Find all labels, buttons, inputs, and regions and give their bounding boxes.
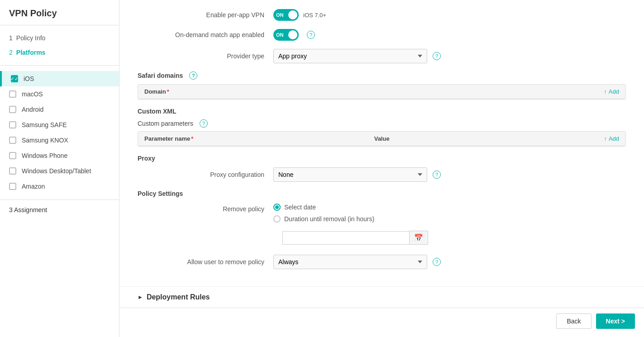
platform-label-macos: macOS: [22, 90, 43, 98]
safari-domains-help-icon[interactable]: ?: [189, 71, 197, 80]
toggle-thumb-demand: [288, 30, 297, 39]
on-demand-match-label: On-demand match app enabled: [138, 31, 273, 38]
step1-label: Policy Info: [16, 34, 46, 42]
enable-per-app-vpn-label: Enable per-app VPN: [138, 11, 273, 19]
platform-list: ✓iOSmacOSAndroidSamsung SAFESamsung KNOX…: [0, 66, 119, 200]
provider-type-control: App proxyPacket tunnel: [273, 49, 427, 63]
param-required-star: *: [191, 135, 193, 142]
on-demand-help-icon[interactable]: ?: [307, 31, 315, 39]
deployment-rules-section: ► Deployment Rules: [119, 286, 644, 308]
allow-user-row: Allow user to remove policy AlwaysNeverW…: [138, 255, 626, 269]
radio-dot-select-date: [273, 204, 281, 211]
policy-settings-section: Policy Settings Remove policy Select dat…: [138, 190, 626, 269]
platform-item-windows-desktop[interactable]: Windows Desktop/Tablet: [0, 163, 119, 179]
sidebar-step-1[interactable]: 1 Policy Info: [0, 31, 119, 45]
back-button[interactable]: Back: [556, 313, 591, 329]
sidebar: VPN Policy 1 Policy Info 2 Platforms ✓iO…: [0, 0, 119, 337]
allow-user-select[interactable]: AlwaysNeverWith passcode: [273, 255, 427, 269]
toggle-switch-vpn[interactable]: ON: [273, 9, 299, 21]
proxy-section: Proxy Proxy configuration NoneManualAuto…: [138, 155, 626, 182]
toggle-thumb-vpn: [288, 10, 297, 19]
remove-policy-row: Remove policy Select date Duration until…: [138, 204, 626, 223]
per-app-vpn-note: iOS 7.0+: [303, 12, 326, 19]
provider-type-help-icon[interactable]: ?: [433, 52, 441, 60]
remove-policy-label: Remove policy: [138, 204, 273, 213]
radio-dot-duration: [273, 215, 281, 223]
proxy-config-row: Proxy configuration NoneManualAuto ?: [138, 167, 626, 182]
platform-check-windows-phone: [9, 152, 16, 159]
calendar-button[interactable]: 📅: [409, 231, 428, 245]
safari-domains-section: Safari domains ? Domain* ↑ Add: [138, 71, 626, 100]
platform-item-windows-phone[interactable]: Windows Phone: [0, 148, 119, 163]
on-demand-match-toggle[interactable]: ON ?: [273, 29, 315, 41]
provider-type-select[interactable]: App proxyPacket tunnel: [273, 49, 427, 63]
custom-params-add-btn[interactable]: ↑ Add: [597, 132, 625, 146]
app-title: VPN Policy: [0, 0, 119, 25]
custom-params-label: Custom parameters ?: [138, 119, 626, 128]
allow-user-control: AlwaysNeverWith passcode: [273, 255, 427, 269]
platform-check-macos: [9, 90, 16, 98]
sidebar-steps: 1 Policy Info 2 Platforms: [0, 25, 119, 66]
on-demand-match-row: On-demand match app enabled ON ?: [138, 29, 626, 41]
provider-type-row: Provider type App proxyPacket tunnel ?: [138, 49, 626, 63]
footer: Back Next >: [119, 308, 644, 334]
platform-item-samsung-safe[interactable]: Samsung SAFE: [0, 117, 119, 133]
toggle-track-demand: ON: [273, 29, 299, 41]
domain-col-header: Domain*: [138, 85, 597, 99]
step3-label: Assignment: [14, 206, 47, 214]
add-icon-custom: ↑: [604, 135, 607, 142]
toggle-switch-demand[interactable]: ON: [273, 29, 299, 41]
domain-required-star: *: [167, 88, 169, 95]
date-input-row: 📅: [282, 231, 626, 245]
platform-label-windows-phone: Windows Phone: [22, 152, 67, 159]
platform-check-windows-desktop: [9, 167, 16, 175]
radio-duration[interactable]: Duration until removal (in hours): [273, 215, 374, 223]
platform-check-amazon: [9, 183, 16, 190]
custom-params-section: Custom parameters ? Parameter name* Valu…: [138, 119, 626, 147]
step3-num: 3: [9, 206, 13, 214]
sidebar-step-2[interactable]: 2 Platforms: [0, 45, 119, 60]
platform-label-android: Android: [22, 106, 43, 113]
platform-check-samsung-safe: [9, 121, 16, 128]
radio-select-date[interactable]: Select date: [273, 204, 374, 211]
step1-num: 1: [9, 34, 13, 42]
safari-domains-add-btn[interactable]: ↑ Add: [597, 85, 625, 99]
param-name-col-header: Parameter name*: [138, 132, 368, 146]
value-col-header: Value: [368, 132, 598, 146]
toggle-on-text-demand: ON: [276, 32, 284, 38]
deployment-rules-header[interactable]: ► Deployment Rules: [138, 293, 626, 301]
toggle-track-vpn: ON: [273, 9, 299, 21]
toggle-on-text-vpn: ON: [276, 12, 284, 18]
platform-label-amazon: Amazon: [22, 183, 45, 190]
custom-xml-label: Custom XML: [138, 108, 626, 115]
main-content: Enable per-app VPN ON iOS 7.0+ On-demand…: [119, 0, 644, 337]
provider-type-label: Provider type: [138, 52, 273, 60]
allow-user-help-icon[interactable]: ?: [433, 258, 441, 266]
platform-label-samsung-safe: Samsung SAFE: [22, 121, 67, 128]
next-button[interactable]: Next >: [596, 313, 635, 329]
platform-item-ios[interactable]: ✓iOS: [0, 71, 119, 86]
platform-item-android[interactable]: Android: [0, 102, 119, 117]
content-area: Enable per-app VPN ON iOS 7.0+ On-demand…: [119, 0, 644, 286]
proxy-config-help-icon[interactable]: ?: [433, 171, 441, 179]
platform-item-amazon[interactable]: Amazon: [0, 179, 119, 194]
deployment-rules-chevron: ►: [138, 294, 143, 300]
proxy-config-label: Proxy configuration: [138, 171, 273, 178]
platform-label-ios: iOS: [24, 75, 34, 82]
date-input-field[interactable]: [282, 231, 409, 245]
deployment-rules-label: Deployment Rules: [147, 293, 210, 301]
allow-user-label: Allow user to remove policy: [138, 258, 273, 266]
platform-check-ios: ✓: [11, 75, 18, 82]
platform-item-macos[interactable]: macOS: [0, 86, 119, 102]
custom-params-header: Parameter name* Value ↑ Add: [138, 132, 625, 146]
custom-params-help-icon[interactable]: ?: [200, 119, 208, 128]
platform-label-windows-desktop: Windows Desktop/Tablet: [22, 167, 91, 175]
sidebar-step-3[interactable]: 3 Assignment: [0, 200, 119, 220]
safari-domains-label: Safari domains ?: [138, 71, 626, 80]
enable-per-app-vpn-toggle[interactable]: ON iOS 7.0+: [273, 9, 326, 21]
custom-params-table: Parameter name* Value ↑ Add: [138, 131, 626, 147]
platform-check-android: [9, 106, 16, 113]
proxy-config-select[interactable]: NoneManualAuto: [273, 167, 427, 182]
safari-domains-header: Domain* ↑ Add: [138, 85, 625, 99]
platform-item-samsung-knox[interactable]: Samsung KNOX: [0, 133, 119, 148]
